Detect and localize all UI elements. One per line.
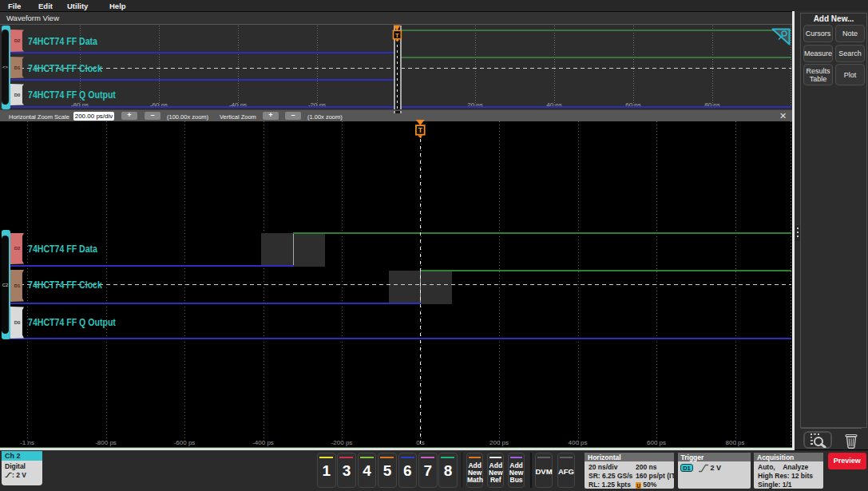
- svg-text:T: T: [418, 126, 423, 134]
- svg-text:T: T: [395, 32, 399, 39]
